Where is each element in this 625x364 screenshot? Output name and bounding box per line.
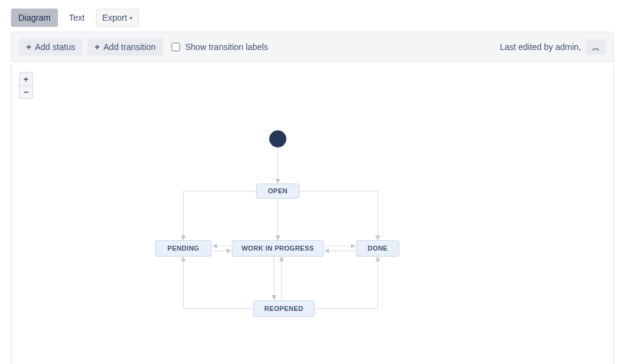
plus-icon: + <box>26 42 31 52</box>
chevron-double-up-icon: ︽ <box>592 43 600 52</box>
export-button[interactable]: Export ▾ <box>96 9 139 27</box>
show-labels-input[interactable] <box>172 43 180 51</box>
status-open-label: OPEN <box>268 187 287 194</box>
export-label: Export <box>103 13 127 23</box>
show-labels-text: Show transition labels <box>185 42 268 52</box>
add-status-button[interactable]: + Add status <box>19 38 82 55</box>
plus-icon: + <box>95 42 99 52</box>
add-status-label: Add status <box>35 42 75 52</box>
initial-node[interactable] <box>269 130 286 148</box>
zoom-controls: + − <box>19 72 33 99</box>
toolbar-left: + Add status + Add transition Show trans… <box>19 38 268 55</box>
edge-open-done[interactable] <box>299 191 378 240</box>
status-wip-label: WORK IN PROGRESS <box>242 244 314 252</box>
last-edited-text: Last edited by admin, <box>500 42 581 52</box>
status-done-label: DONE <box>367 244 388 252</box>
add-transition-button[interactable]: + Add transition <box>87 38 163 55</box>
edge-open-pending[interactable] <box>183 191 256 240</box>
edge-reopened-pending[interactable] <box>183 257 253 309</box>
zoom-out-button[interactable]: − <box>20 85 32 98</box>
workflow-canvas[interactable]: + − OPEN PENDING WORK IN PROGRESS DONE R… <box>11 65 614 364</box>
edge-reopened-done[interactable] <box>314 257 378 309</box>
status-reopened-label: REOPENED <box>264 305 303 312</box>
show-labels-checkbox[interactable]: Show transition labels <box>172 42 268 52</box>
zoom-in-button[interactable]: + <box>20 73 32 85</box>
tab-text[interactable]: Text <box>62 9 92 27</box>
chevron-down-icon: ▾ <box>129 15 132 21</box>
editor-toolbar: + Add status + Add transition Show trans… <box>11 32 614 62</box>
status-pending-label: PENDING <box>167 244 199 252</box>
tab-diagram[interactable]: Diagram <box>11 9 58 27</box>
workflow-svg: OPEN PENDING WORK IN PROGRESS DONE REOPE… <box>12 65 613 364</box>
collapse-button[interactable]: ︽ <box>586 40 606 55</box>
top-tabs: Diagram Text Export ▾ <box>0 0 625 32</box>
add-transition-label: Add transition <box>104 42 156 52</box>
